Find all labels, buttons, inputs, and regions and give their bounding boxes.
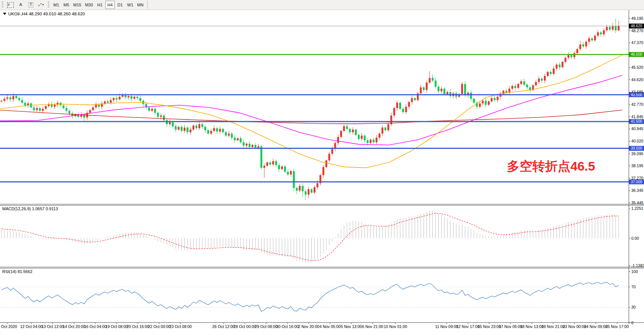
time-tick-label: 22 Oct 00:00: [148, 324, 170, 329]
candle: [426, 83, 428, 90]
annotation-text: 多空转折点46.5: [507, 159, 595, 173]
time-tick-label: 2 Nov 20:00: [298, 324, 320, 329]
candle: [92, 107, 94, 110]
price-badge-label: 48.620: [631, 24, 643, 28]
rsi-line: [1, 282, 619, 312]
candle: [556, 65, 558, 69]
price-tick-label: 41.845: [631, 114, 643, 119]
candle: [441, 89, 443, 91]
candle: [497, 97, 499, 100]
timeframe-d1-button[interactable]: D1: [115, 1, 125, 9]
candle: [127, 96, 129, 98]
timeframe-w1-button[interactable]: W1: [126, 1, 135, 9]
candle: [511, 86, 513, 89]
price-badge-label: 41.500: [631, 119, 643, 123]
timeframe-m15-button[interactable]: M15: [72, 1, 83, 9]
rsi-tick-label: 70: [631, 285, 636, 289]
time-tick-label: 28 Oct 00:00: [234, 324, 256, 329]
time-tick-label: 24 Nov 09:00: [584, 324, 608, 329]
candle: [573, 53, 575, 57]
time-tick-label: 16 Oct 04:00: [84, 324, 107, 329]
time-tick-label: 14 Oct 20:00: [63, 324, 85, 329]
candle: [222, 129, 224, 132]
candle: [420, 87, 422, 93]
timeframe-m5-button[interactable]: M5: [62, 1, 71, 9]
price-tick-label: 40.945: [631, 126, 643, 131]
candle: [346, 126, 348, 129]
price-tick-label: 36.345: [631, 188, 643, 193]
candle: [470, 93, 472, 99]
timeframe-h1-button[interactable]: H1: [95, 1, 105, 9]
candle: [576, 49, 578, 53]
candle: [264, 166, 265, 168]
candle: [399, 103, 401, 109]
pane-separator: [0, 268, 644, 269]
time-axis[interactable]: 9 Oct 202012 Oct 04:0013 Oct 12:0014 Oct…: [0, 322, 629, 329]
candle: [526, 85, 528, 87]
fibonacci-tool-button[interactable]: F: [6, 1, 15, 9]
candle: [305, 191, 306, 194]
candle: [479, 103, 481, 107]
candle: [258, 146, 259, 148]
chart-canvas[interactable]: 48.62046.50043.50041.50039.50037.000 49.…: [0, 0, 644, 334]
candle: [517, 84, 519, 88]
toolbar-grip[interactable]: [2, 1, 3, 8]
candle: [438, 87, 440, 92]
price-axis[interactable]: 49.19548.27047.37045.52044.62043.68542.7…: [629, 16, 644, 325]
candle: [529, 87, 531, 90]
macd-tick-label: 0.00: [631, 236, 639, 240]
candle: [219, 129, 221, 132]
symbol-dropdown-icon[interactable]: [3, 13, 6, 15]
time-tick-label: 4 Nov 05:00: [320, 324, 341, 329]
timeframe-group: M1M5M15M30H1H4D1W1MN: [51, 1, 145, 9]
rsi-tick-label: 0: [631, 321, 634, 325]
candle: [124, 95, 126, 97]
time-tick-label: 23 Nov 00:00: [563, 324, 586, 329]
moving-averages: [0, 55, 622, 168]
pane-separator: [0, 267, 644, 267]
candle: [570, 55, 572, 57]
candle: [65, 108, 67, 111]
arrows-tool-icon: ⤢: [38, 2, 41, 7]
candle: [382, 128, 383, 134]
candle: [148, 107, 150, 111]
time-tick-label: 5 Nov 13:00: [341, 324, 362, 329]
macd-tick-label: 1.2251: [631, 206, 643, 211]
candle: [367, 140, 369, 143]
candle: [172, 122, 174, 126]
candle: [520, 81, 522, 84]
candle: [184, 128, 185, 131]
price-tick-label: 37.270: [631, 176, 643, 180]
candle: [33, 107, 35, 110]
candle: [213, 128, 215, 131]
candle: [80, 115, 82, 117]
candle: [435, 81, 437, 87]
candle: [1, 101, 3, 101]
candle: [154, 109, 156, 113]
candle: [255, 145, 256, 148]
text-label-tool-button[interactable]: T: [26, 1, 36, 9]
candle: [6, 97, 8, 99]
candle: [337, 137, 339, 143]
time-tick-label: 17 Nov 05:00: [499, 324, 523, 329]
candle: [9, 97, 11, 99]
timeframe-mn-button[interactable]: MN: [136, 1, 145, 9]
candle: [544, 76, 546, 81]
price-tick-label: 43.685: [631, 90, 643, 94]
toolbar-grip[interactable]: [48, 1, 49, 8]
timeframe-h4-button[interactable]: H4: [105, 1, 115, 9]
candle: [237, 138, 239, 140]
candle: [473, 99, 475, 103]
timeframe-m1-button[interactable]: M1: [52, 1, 61, 9]
candle: [600, 32, 602, 34]
candle: [275, 161, 277, 165]
mt4-window: FAT⤢▾ M1M5M15M30H1H4D1W1MN 48.62046.5004…: [0, 0, 644, 334]
candle: [387, 124, 389, 130]
text-tool-button[interactable]: A: [16, 0, 25, 9]
candle: [562, 62, 564, 67]
candle: [261, 146, 262, 168]
arrows-tool-button[interactable]: ⤢▾: [36, 1, 46, 9]
candle: [287, 172, 289, 174]
candle: [157, 113, 159, 117]
timeframe-m30-button[interactable]: M30: [83, 1, 94, 9]
